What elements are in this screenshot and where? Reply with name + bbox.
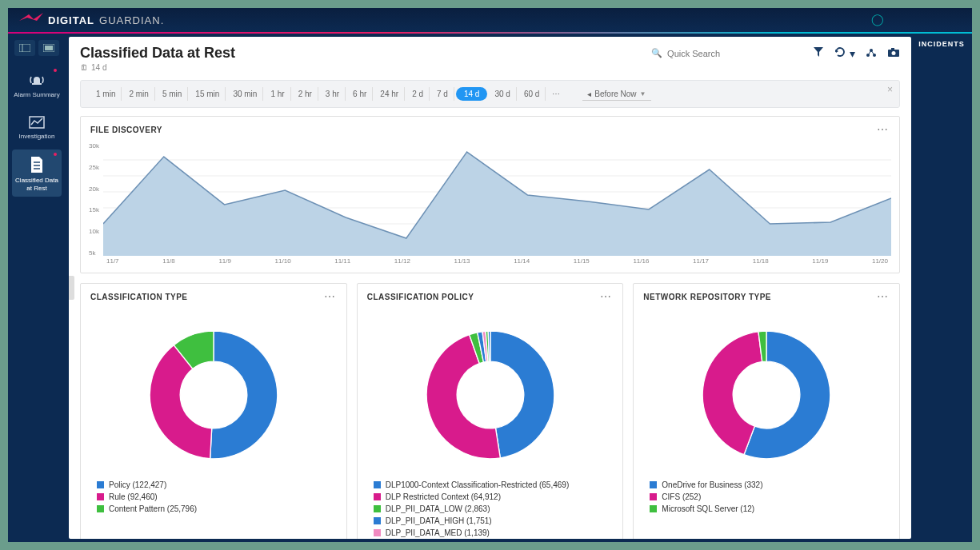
content-scroll[interactable]: FILE DISCOVERY ⋯ 30k25k20k15k10k5k 11/71… <box>69 116 911 539</box>
time-range-more-icon[interactable]: ⋯ <box>547 90 565 98</box>
legend-item[interactable]: Content Pattern (25,796) <box>97 503 330 515</box>
toolbar-icons: ▾ <box>813 46 900 60</box>
alarm-icon <box>28 72 46 88</box>
view-toggle-right[interactable] <box>38 40 59 56</box>
legend-swatch <box>650 481 657 488</box>
time-range-option[interactable]: 1 min <box>90 87 122 101</box>
time-range-option[interactable]: 2 d <box>406 87 430 101</box>
legend-item[interactable]: Microsoft SQL Server (12) <box>650 503 883 515</box>
view-toggle-left[interactable] <box>14 40 35 56</box>
sidebar-item-alarm-summary[interactable]: Alarm Summary <box>12 66 62 104</box>
page-subtitle: 🗓 14 d <box>80 63 235 72</box>
quick-search[interactable]: 🔍 <box>645 45 802 62</box>
time-range-option[interactable]: 1 hr <box>265 87 290 101</box>
legend-label: OneDrive for Business (332) <box>662 480 762 489</box>
panel-title: CLASSIFICATION TYPE <box>90 293 188 301</box>
legend-item[interactable]: OneDrive for Business (332) <box>650 479 883 491</box>
legend-label: DLP_PII_DATA_HIGH (1,751) <box>386 516 492 525</box>
search-icon: 🔍 <box>651 48 662 58</box>
legend-item[interactable]: Rule (92,460) <box>97 491 330 503</box>
time-range-option[interactable]: 5 min <box>157 87 188 101</box>
main-panel: Classified Data at Rest 🗓 14 d 🔍 <box>69 37 911 539</box>
app-header: DIGITALGUARDIAN. ◯ <box>8 8 972 34</box>
legend-item[interactable]: DLP_PII_DATA_HIGH (1,751) <box>374 515 607 527</box>
sidebar: Alarm Summary Investigation Classified D… <box>8 34 66 542</box>
panel-title: CLASSIFICATION POLICY <box>367 293 474 301</box>
brand-logo: DIGITALGUARDIAN. <box>19 13 164 27</box>
y-axis-labels: 30k25k20k15k10k5k <box>89 142 99 257</box>
header-decor-icon: ◯ <box>871 13 884 26</box>
sidebar-item-investigation[interactable]: Investigation <box>12 109 62 145</box>
legend-label: Rule (92,460) <box>109 492 158 501</box>
area-chart-svg <box>103 144 891 256</box>
sidebar-item-classified-data[interactable]: Classified Data at Rest <box>12 149 62 197</box>
camera-icon[interactable] <box>887 47 900 60</box>
legend-item[interactable]: DLP1000-Context Classification-Restricte… <box>374 479 607 491</box>
panel-drag-handle[interactable] <box>69 276 74 300</box>
chart-legend: OneDrive for Business (332)CIFS (252)Mic… <box>642 476 891 521</box>
legend-item[interactable]: Policy (122,427) <box>97 479 330 491</box>
sidebar-item-label: Investigation <box>19 133 55 140</box>
panel-menu-icon[interactable]: ⋯ <box>877 290 890 303</box>
time-range-option[interactable]: 2 hr <box>293 87 318 101</box>
panel-file-discovery: FILE DISCOVERY ⋯ 30k25k20k15k10k5k 11/71… <box>80 116 900 273</box>
time-range-option[interactable]: 60 d <box>518 87 546 101</box>
svg-rect-14 <box>891 48 894 50</box>
sidebar-view-toggle <box>14 40 59 56</box>
panel-classification-type: CLASSIFICATION TYPE ⋯ Policy (122,427)Ru… <box>80 283 347 539</box>
logo-wing-icon <box>19 13 43 27</box>
legend-item[interactable]: DLP_PII_DATA_LOW (2,863) <box>374 503 607 515</box>
before-now-dropdown[interactable]: ◂Before Now▼ <box>582 88 650 101</box>
notification-dot-icon <box>54 153 57 156</box>
svg-rect-0 <box>19 44 30 52</box>
time-range-option[interactable]: 15 min <box>190 87 226 101</box>
page-header: Classified Data at Rest 🗓 14 d 🔍 <box>69 37 911 77</box>
legend-swatch <box>374 517 381 524</box>
time-range-option[interactable]: 7 d <box>431 87 454 101</box>
legend-label: DLP_PII_DATA_MED (1,139) <box>386 528 490 537</box>
close-icon[interactable]: × <box>887 84 893 95</box>
time-range-option[interactable]: 3 hr <box>320 87 346 101</box>
search-input[interactable] <box>667 49 795 58</box>
donut-chart <box>414 319 566 471</box>
panel-menu-icon[interactable]: ⋯ <box>324 290 337 303</box>
time-range-option[interactable]: 14 d <box>456 87 487 101</box>
donut-chart <box>690 319 842 471</box>
legend-label: DLP_PII_DATA_LOW (2,863) <box>386 504 490 513</box>
panel-menu-icon[interactable]: ⋯ <box>877 123 890 136</box>
refresh-icon[interactable]: ▾ <box>834 46 855 60</box>
range-indicator: 14 d <box>91 63 106 72</box>
time-range-option[interactable]: 30 d <box>489 87 516 101</box>
time-range-option[interactable]: 30 min <box>227 87 263 101</box>
panel-network-repo-type: NETWORK REPOSITORY TYPE ⋯ OneDrive for B… <box>633 283 900 539</box>
filter-icon[interactable] <box>813 46 824 60</box>
legend-swatch <box>650 493 657 500</box>
time-range-option[interactable]: 24 hr <box>374 87 405 101</box>
legend-label: Content Pattern (25,796) <box>109 504 197 513</box>
panel-menu-icon[interactable]: ⋯ <box>600 290 613 303</box>
legend-swatch <box>374 505 381 512</box>
legend-label: DLP Restricted Context (64,912) <box>386 492 501 501</box>
legend-swatch <box>650 505 657 512</box>
file-discovery-chart: 30k25k20k15k10k5k 11/711/811/911/1011/11… <box>81 139 899 273</box>
time-range-option[interactable]: 6 hr <box>347 87 373 101</box>
x-axis-labels: 11/711/811/911/1011/1111/1211/1311/1411/… <box>103 257 891 265</box>
sidebar-item-label: Alarm Summary <box>14 91 59 98</box>
legend-swatch <box>97 505 104 512</box>
investigation-icon <box>28 115 46 130</box>
legend-item[interactable]: CIFS (252) <box>650 491 883 503</box>
brand-name-thin: GUARDIAN. <box>99 14 164 26</box>
calendar-icon: 🗓 <box>80 63 88 72</box>
svg-point-13 <box>892 51 896 55</box>
time-range-option[interactable]: 2 min <box>123 87 154 101</box>
incidents-tab[interactable]: INCIDENTS <box>911 34 972 54</box>
legend-swatch <box>97 493 104 500</box>
share-icon[interactable] <box>865 47 878 60</box>
legend-item[interactable]: DLP_PII_DATA_MED (1,139) <box>374 527 607 539</box>
time-range-bar: 1 min2 min5 min15 min30 min1 hr2 hr3 hr6… <box>80 80 900 108</box>
sidebar-item-label: Classified Data at Rest <box>15 177 58 192</box>
donut-chart <box>138 319 290 471</box>
legend-label: DLP1000-Context Classification-Restricte… <box>386 480 570 489</box>
legend-item[interactable]: DLP Restricted Context (64,912) <box>374 491 607 503</box>
legend-swatch <box>374 493 381 500</box>
